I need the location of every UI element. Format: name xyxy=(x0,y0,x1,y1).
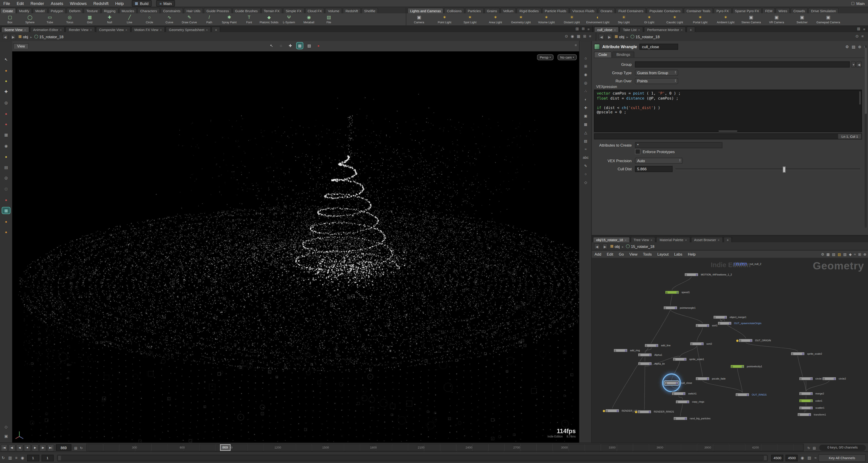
grid-toggle-icon[interactable]: ▦ xyxy=(582,122,590,127)
delete-tool-icon[interactable]: ● xyxy=(2,196,10,203)
network-node-motion-44flowbone-1-2[interactable]: MOTION_44Flowbone_1_2 xyxy=(684,272,699,276)
timeline-ruler[interactable]: 3006009001200150018002100240027003000330… xyxy=(86,443,804,451)
autosave-icon[interactable]: ◉ xyxy=(21,456,24,460)
prev-key-button[interactable]: ◀| xyxy=(8,444,16,451)
overview-icon[interactable]: ⊞ xyxy=(858,252,861,256)
shelf-tab-grains[interactable]: Grains xyxy=(484,8,500,13)
close-tab-icon[interactable]: × xyxy=(90,28,92,31)
param-scrollbar[interactable] xyxy=(865,45,867,228)
shelf-tool-gamepad-camera[interactable]: ▣Gamepad Camera xyxy=(815,15,842,24)
shelf-tab-wires[interactable]: Wires xyxy=(776,8,790,13)
group-type-dropdown[interactable]: Guess from Group ▴▾ xyxy=(635,69,678,75)
shelf-tool-caustic-light[interactable]: ✶Caustic Light xyxy=(662,15,687,24)
menu-windows[interactable]: Windows xyxy=(66,1,90,6)
node-display-flag[interactable] xyxy=(834,377,835,380)
snapshot-icon[interactable]: ▦ xyxy=(577,34,581,39)
network-node-switch1[interactable]: switch1 xyxy=(672,391,686,395)
network-new-tab-button[interactable]: + xyxy=(723,237,732,242)
shelf-tool-ambient-light[interactable]: ✶Ambient Light xyxy=(713,15,738,24)
node-display-flag[interactable] xyxy=(707,325,709,327)
node-input-flag[interactable] xyxy=(639,411,640,413)
node-input-flag[interactable] xyxy=(666,291,668,294)
node-input-flag[interactable] xyxy=(696,377,698,380)
node-display-flag[interactable] xyxy=(685,417,686,420)
node-input-flag[interactable] xyxy=(685,274,687,276)
cull-dist-input[interactable]: 5.866 xyxy=(635,165,673,172)
shelf-tool-area-light[interactable]: ✶Area Light xyxy=(483,15,508,24)
shelf-tab-lights-and-cameras[interactable]: Lights and Cameras xyxy=(407,8,444,13)
node-display-flag[interactable] xyxy=(707,377,709,380)
shade-icon[interactable]: ◉ xyxy=(582,72,590,77)
network-menu-labs[interactable]: Labs xyxy=(672,252,685,256)
options-icon[interactable]: ▤ xyxy=(582,138,590,143)
network-node-out-origin[interactable]: OUT_ORIGIN xyxy=(738,338,753,342)
breadcrumb-context[interactable]: ▦ obj xyxy=(615,34,624,39)
shelf-tool-circle[interactable]: ○Circle xyxy=(140,15,159,24)
shelf-tool-grid[interactable]: ▦Grid xyxy=(80,15,99,24)
shelf-tab-rigging[interactable]: Rigging xyxy=(101,8,118,13)
close-tab-icon[interactable]: × xyxy=(160,28,162,31)
key-all-channels-button[interactable]: Key All Channels xyxy=(818,454,866,462)
next-key-button[interactable]: |▶ xyxy=(39,444,46,451)
close-tab-icon[interactable]: × xyxy=(24,28,26,31)
pane-menu-icon[interactable]: ≡ xyxy=(588,27,590,31)
pane-layout-icon[interactable]: ⊞ xyxy=(582,27,585,31)
shelf-tool-switcher[interactable]: ▣Switcher xyxy=(789,15,815,24)
node-display-flag[interactable] xyxy=(625,349,627,351)
range-end-field[interactable]: 4500 xyxy=(771,454,784,461)
camera-lock-icon[interactable]: ◉ xyxy=(571,34,574,39)
shelf-tab-muscles[interactable]: Muscles xyxy=(119,8,137,13)
left-tab-animation-editor[interactable]: Animation Editor× xyxy=(30,27,65,32)
shelf-tab-vellum[interactable]: Vellum xyxy=(500,8,516,13)
shelf-tool-path[interactable]: /Path xyxy=(199,15,219,24)
message-log-icon[interactable]: ≡ xyxy=(15,456,18,460)
snap-icon[interactable]: ▦ xyxy=(297,42,303,49)
orbit-tool-icon[interactable]: ● xyxy=(2,218,10,224)
shapes-icon[interactable]: ▨ xyxy=(843,252,847,256)
translate-icon[interactable]: ✚ xyxy=(287,42,293,49)
help-tool-icon[interactable]: ◇ xyxy=(2,424,10,430)
shelf-tool-tube[interactable]: ▭Tube xyxy=(40,15,60,24)
breadcrumb-context[interactable]: ▦ obj xyxy=(18,34,28,39)
close-tab-icon[interactable]: × xyxy=(651,238,652,242)
param-zoom-icon[interactable]: ⊕ xyxy=(858,44,861,49)
shelf-tab-guide-brushes[interactable]: Guide Brushes xyxy=(232,8,260,13)
node-display-flag[interactable] xyxy=(687,401,689,403)
pane-split-icon[interactable]: ▥ xyxy=(857,27,860,31)
edit-tool-icon[interactable]: ▦ xyxy=(2,132,10,138)
menu-assets[interactable]: Assets xyxy=(48,1,66,6)
shelf-tool-gi-light[interactable]: ✶GI Light xyxy=(637,15,662,24)
right-new-tab-button[interactable]: + xyxy=(686,27,695,32)
pane-split-icon[interactable]: ▥ xyxy=(576,27,579,31)
network-node-sprite-scale2[interactable]: sprite_scale2 xyxy=(790,351,805,355)
shelf-tool-sky-light[interactable]: ☀Sky Light xyxy=(611,15,637,24)
network-node-pscale-fade[interactable]: pscale_fade xyxy=(695,376,710,380)
sculpt-tool-icon[interactable]: ● xyxy=(2,111,10,117)
close-tab-icon[interactable]: × xyxy=(681,28,682,31)
shelf-tool-l-system[interactable]: ΨL-System xyxy=(279,15,299,24)
network-node-copy-rings[interactable]: copy_rings xyxy=(675,400,690,403)
vex-code-editor[interactable]: vector camPos = point ( 1, 'P', 0 ) ;flo… xyxy=(594,90,862,132)
group-input[interactable] xyxy=(635,61,850,67)
normals-icon[interactable]: △ xyxy=(582,130,590,135)
play-reverse-button[interactable]: ◀ xyxy=(16,444,23,451)
persp-camera-button[interactable]: Persp ▾ xyxy=(537,54,554,60)
attributes-to-create-input[interactable]: * xyxy=(635,142,722,148)
network-node-pointwrangle1[interactable]: pointwrangle1 xyxy=(663,306,678,309)
network-tab-tree-view[interactable]: Tree View× xyxy=(630,237,656,242)
node-input-flag[interactable] xyxy=(696,325,698,327)
network-menu-layout[interactable]: Layout xyxy=(654,252,671,256)
back-button[interactable]: ◀ xyxy=(2,33,8,39)
shelf-tool-sphere[interactable]: ◯Sphere xyxy=(20,15,40,24)
range-start-field[interactable]: 1 xyxy=(27,454,39,461)
close-tab-icon[interactable]: × xyxy=(718,238,720,242)
group-select-arrow-button[interactable]: ◀ xyxy=(856,61,862,67)
node-display-flag[interactable] xyxy=(724,316,726,318)
update-mode-icon[interactable]: ↻ xyxy=(2,456,5,460)
param-tab-code[interactable]: Code xyxy=(594,51,612,57)
menu-file[interactable]: File xyxy=(0,1,13,6)
shelf-tab-texture[interactable]: Texture xyxy=(84,8,100,13)
breadcrumb-context[interactable]: ▦ obj xyxy=(610,244,620,249)
scope-icon[interactable]: ≈ xyxy=(814,456,816,460)
network-node-out-spawnrotateorigin[interactable]: OUT_spawnrotateOrigin xyxy=(717,321,732,325)
